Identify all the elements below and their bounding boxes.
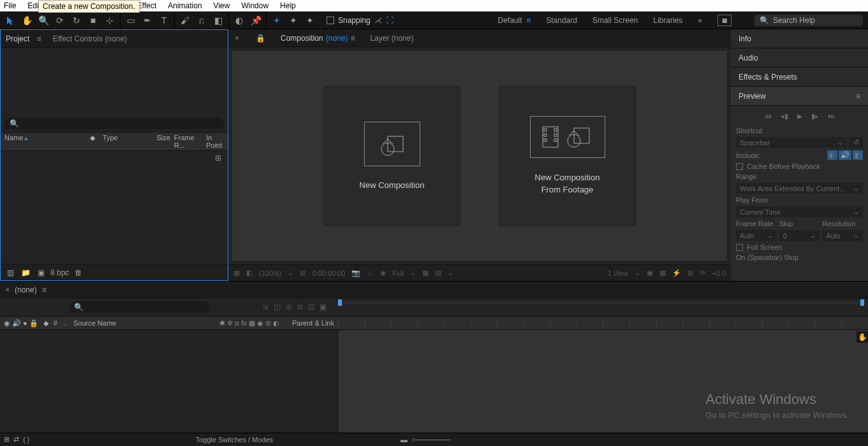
prev-frame-icon[interactable]: ◂▮ <box>781 112 788 120</box>
interpret-footage-icon[interactable]: ▥ <box>4 268 16 278</box>
panel-info[interactable]: Info <box>731 29 868 48</box>
new-folder-icon[interactable]: 📁 <box>20 268 31 278</box>
skip-dropdown[interactable]: 0⌄ <box>779 230 820 241</box>
selection-tool-icon[interactable] <box>3 13 18 28</box>
brush-tool-icon[interactable]: 🖌 <box>177 13 193 28</box>
cache-before-playback[interactable]: Cache Before Playback <box>736 162 863 170</box>
range-dropdown[interactable]: Work Area Extended By Current...⌄ <box>736 183 863 194</box>
zoom-tool-icon[interactable]: 🔍 <box>36 13 51 28</box>
playfrom-dropdown[interactable]: Current Time⌄ <box>736 206 863 217</box>
last-frame-icon[interactable]: ⏭ <box>828 112 835 120</box>
rect-tool-icon[interactable]: ▭ <box>123 13 138 28</box>
panel-effects-presets[interactable]: Effects & Presets <box>731 68 868 87</box>
anchor-tool-icon[interactable]: ⊹ <box>102 13 117 28</box>
vf-views[interactable]: 1 View <box>607 270 628 277</box>
workspace-default[interactable]: Default ≡ <box>498 16 531 25</box>
orbit-tool-icon[interactable]: ⟳ <box>52 13 68 28</box>
snapping-checkbox[interactable] <box>327 17 334 24</box>
vf-transp-icon[interactable]: ⊞ <box>688 269 693 277</box>
work-area-bar[interactable] <box>338 301 864 305</box>
text-tool-icon[interactable]: T <box>156 13 172 28</box>
vf-show-snap-icon[interactable]: ☼ <box>367 270 373 277</box>
panel-toggle-icon[interactable]: ▦ <box>717 15 732 26</box>
timeline-layers-area[interactable] <box>0 330 338 433</box>
new-comp-from-footage-card[interactable]: New CompositionFrom Footage <box>499 86 636 226</box>
timeline-tracks-area[interactable]: Activate Windows Go to PC settings to ac… <box>338 330 868 433</box>
col-name[interactable]: Name▲ <box>4 134 86 149</box>
shortcut-reset-icon[interactable]: ↺ <box>850 137 863 148</box>
timeline-search[interactable]: 🔍 <box>69 301 209 313</box>
timeline-tab-none[interactable]: (none) <box>15 285 37 294</box>
roto-tool-icon[interactable]: ◐ <box>232 13 247 28</box>
menu-help[interactable]: Help <box>280 1 296 10</box>
snap-opts-icon[interactable]: ⋌ <box>374 16 382 25</box>
tl-switch-icons[interactable]: ✱ ✲ ⧄ fx ▦ ◉ ⊘ ◐ <box>219 319 279 327</box>
col-framerate[interactable]: Frame R... <box>174 134 202 149</box>
timeline-toggle-icon[interactable]: ✋ <box>857 331 868 343</box>
next-frame-icon[interactable]: ▮▸ <box>811 112 819 120</box>
fullscreen-checkbox[interactable]: Full Screen <box>736 243 863 251</box>
col-type[interactable]: Type <box>103 134 145 149</box>
clone-tool-icon[interactable]: ⎌ <box>194 13 209 28</box>
sb-switch-icon[interactable]: ⇄ <box>13 435 19 443</box>
camera-tool-icon[interactable]: ■ <box>85 13 101 28</box>
search-help[interactable]: 🔍 Search Help <box>754 15 863 26</box>
vf-toggle-alpha-icon[interactable]: ▦ <box>233 269 240 277</box>
vf-channels-icon[interactable]: ◉ <box>380 269 386 277</box>
col-label-icon[interactable]: ◆ <box>90 134 99 149</box>
snap-collapse-icon[interactable]: ⛶ <box>386 16 394 25</box>
framerate-dropdown[interactable]: Auto⌄ <box>736 230 777 241</box>
timeline-ruler[interactable] <box>338 317 868 329</box>
panel-preview[interactable]: Preview≡ <box>731 87 868 106</box>
tl-shy-icon[interactable]: ⇲ <box>262 303 268 312</box>
menu-effect[interactable]: Effect <box>137 1 156 10</box>
vf-resolution[interactable]: Full <box>393 270 404 277</box>
menu-animation[interactable]: Animation <box>168 1 202 10</box>
vf-snapshot-icon[interactable]: 📷 <box>351 269 360 277</box>
vf-timecode[interactable]: 0:00:00:00 <box>312 270 345 277</box>
trash-icon[interactable]: 🗑 <box>73 268 84 278</box>
tl-col-number[interactable]: # <box>54 319 57 327</box>
tab-project[interactable]: Project ≡ <box>6 34 41 43</box>
panel-audio[interactable]: Audio <box>731 48 868 68</box>
timeline-close-icon[interactable]: × <box>5 285 10 294</box>
tl-render-icon[interactable]: ▣ <box>320 303 327 312</box>
hand-tool-icon[interactable]: ✋ <box>19 13 34 28</box>
vf-zoom[interactable]: (100%) <box>259 270 281 277</box>
tl-mb-icon[interactable]: ⊘ <box>286 303 292 312</box>
workspace-standard[interactable]: Standard <box>546 16 577 25</box>
include-video-icon[interactable]: ◐ <box>827 150 837 160</box>
project-search[interactable]: 🔍 <box>4 118 224 129</box>
world-axis-icon[interactable]: ✦ <box>286 13 301 28</box>
flowchart-icon[interactable]: ⊞ <box>215 154 221 162</box>
new-composition-card[interactable]: New Composition <box>323 86 460 226</box>
sb-expand-icon[interactable]: ⊞ <box>4 435 10 443</box>
first-frame-icon[interactable]: ⏮ <box>765 112 772 120</box>
sb-zoom-slider[interactable]: ○─────── <box>411 436 450 443</box>
menu-view[interactable]: View <box>214 1 230 10</box>
tab-layer[interactable]: Layer (none) <box>370 34 413 43</box>
view-axis-icon[interactable]: ✦ <box>302 13 318 28</box>
tl-col-parent[interactable]: Parent & Link <box>292 319 334 327</box>
vf-fast-icon[interactable]: ⚡ <box>672 269 681 277</box>
resolution-dropdown[interactable]: Auto⌄ <box>822 230 863 241</box>
tl-av-icons[interactable]: ◉ 🔊 ● 🔒 <box>4 319 38 327</box>
new-comp-icon[interactable]: ▣ <box>35 268 47 278</box>
rotate-tool-icon[interactable]: ↻ <box>69 13 84 28</box>
col-size[interactable]: Size <box>149 134 170 149</box>
eraser-tool-icon[interactable]: ◧ <box>210 13 226 28</box>
lock-icon[interactable]: 🔒 <box>256 34 265 43</box>
include-audio-icon[interactable]: 🔊 <box>839 150 851 160</box>
panel-menu-icon[interactable]: ≡ <box>856 92 860 101</box>
tab-composition[interactable]: Composition (none) ≡ <box>281 34 355 43</box>
tl-graph-icon[interactable]: ⧉ <box>297 303 303 312</box>
col-inpoint[interactable]: In Point <box>206 134 224 149</box>
include-overlays-icon[interactable]: ◧ <box>853 150 863 160</box>
vf-3d-icon[interactable]: ▣ <box>647 269 653 277</box>
play-icon[interactable]: ▶ <box>797 112 802 120</box>
bpc-label[interactable]: 8 bpc <box>50 268 69 277</box>
local-axis-icon[interactable]: ✦ <box>269 13 284 28</box>
tl-label-icon[interactable]: ◆ <box>43 319 48 327</box>
tl-framebl-icon[interactable]: ◫ <box>274 303 281 312</box>
workspace-libraries[interactable]: Libraries <box>653 16 682 25</box>
